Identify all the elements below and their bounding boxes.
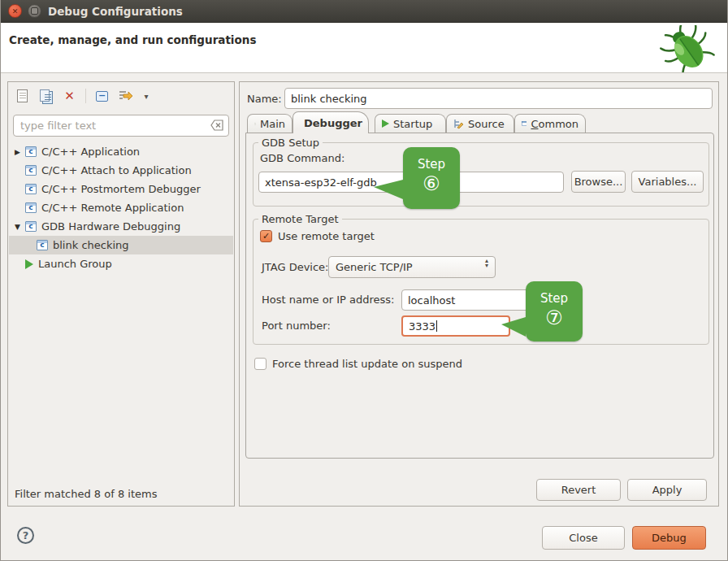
titlebar[interactable]: ✕ Debug Configurations [1,0,728,23]
callout-step-word: Step [526,291,583,306]
browse-button[interactable]: Browse... [571,171,626,193]
chevron-down-icon: ▾ [144,92,148,101]
filter-configurations-button[interactable] [118,89,133,104]
host-label: Host name or IP address: [262,294,394,306]
host-input[interactable] [401,289,540,311]
gdb-command-label: GDB Command: [260,152,344,164]
tab-label: Common [531,118,578,130]
debug-button[interactable]: Debug [632,526,706,550]
name-input[interactable] [284,88,713,109]
delete-configuration-button[interactable]: ✕ [62,89,77,104]
filter-match-status: Filter matched 8 of 8 items [15,488,157,500]
c-application-icon: c [25,221,37,232]
new-document-icon [17,89,28,102]
c-application-icon: c [25,184,37,194]
variables-button[interactable]: Variables... [631,171,704,193]
callout-arrow-left-icon [374,180,403,199]
tree-item-label: C/C++ Remote Application [41,202,184,214]
c-application-icon: c [25,146,37,157]
collapse-all-button[interactable]: − [94,89,110,104]
step-6-callout: Step ⑥ [403,147,460,209]
callout-arrow-left-icon [501,317,526,337]
step-7-callout: Step ⑦ [526,281,583,341]
tree-item-cpp-postmortem[interactable]: c C/C++ Postmortem Debugger [9,180,233,198]
use-remote-target-label: Use remote target [278,230,375,242]
window-close-button[interactable]: ✕ [8,4,22,18]
window-maximize-button[interactable] [28,4,41,18]
debug-configurations-dialog: ✕ Debug Configurations Create, manage, a… [0,0,728,561]
port-label: Port number: [262,320,331,332]
duplicate-configuration-button[interactable] [38,89,54,104]
revert-button[interactable]: Revert [536,479,621,501]
tab-label: Main [260,118,285,130]
tree-item-cpp-attach[interactable]: c C/C++ Attach to Application [9,161,233,180]
c-application-icon: c [37,240,48,250]
close-button[interactable]: Close [542,526,625,550]
source-tab-icon [453,119,464,129]
window-title: Debug Configurations [48,0,183,23]
apply-button[interactable]: Apply [627,479,707,501]
tree-item-cpp-remote[interactable]: c C/C++ Remote Application [9,198,233,217]
bug-illustration-icon [656,25,719,72]
filter-icon [119,89,133,102]
check-icon: ✓ [262,231,270,241]
callout-step-number: ⑥ [403,172,460,196]
tab-label: Startup [393,118,432,130]
tree-item-launch-group[interactable]: Launch Group [9,254,233,273]
configurations-toolbar: ✕ − ▾ [8,82,234,110]
tree-item-label: blink checking [53,239,129,251]
tree-item-label: C/C++ Attach to Application [41,164,192,176]
gdb-setup-group: GDB Setup GDB Command: Browse... Variabl… [253,137,709,207]
tab-source[interactable]: Source [446,114,514,133]
question-mark-icon: ? [23,529,29,541]
force-thread-checkbox[interactable] [254,358,266,370]
duplicate-icon [42,91,53,104]
launch-group-icon [25,259,33,269]
configuration-detail-panel: Name: Main Debugger Startup Source [239,81,719,507]
tree-item-label: C/C++ Postmortem Debugger [41,183,201,195]
dialog-header: Create, manage, and run configurations [1,24,728,73]
callout-step-number: ⑦ [526,306,583,330]
force-thread-label: Force thread list update on suspend [272,358,462,370]
tab-startup[interactable]: Startup [375,114,446,133]
callout-step-word: Step [403,157,460,172]
common-tab-icon [522,119,526,128]
twisty-collapsed-icon[interactable]: ▶ [15,148,20,156]
help-button[interactable]: ? [17,527,34,544]
jtag-device-value: Generic TCP/IP [336,261,413,273]
name-label: Name: [247,93,282,105]
toolbar-separator [85,89,86,103]
main-tab-icon [254,119,256,129]
filter-input[interactable] [13,115,229,137]
remote-target-group-label: Remote Target [258,213,342,225]
configurations-panel: ✕ − ▾ ▶ c C/C++ Application [7,81,235,507]
port-input[interactable]: 3333 [401,315,510,337]
text-caret [436,320,437,332]
tab-debugger[interactable]: Debugger [292,111,369,133]
startup-play-icon [382,120,389,128]
c-application-icon: c [25,202,37,213]
tree-item-label: Launch Group [38,258,112,270]
use-remote-target-checkbox[interactable]: ✓ [260,230,272,242]
tree-item-gdb-hardware-debugging[interactable]: ▼ c GDB Hardware Debugging [9,217,233,236]
debugger-tab-content: GDB Setup GDB Command: Browse... Variabl… [245,133,714,459]
tab-label: Source [468,118,505,130]
dialog-header-title: Create, manage, and run configurations [9,33,256,46]
twisty-expanded-icon[interactable]: ▼ [15,223,20,231]
tree-item-blink-checking[interactable]: c blink checking [9,236,233,254]
clear-filter-icon[interactable] [210,120,223,131]
jtag-device-combo[interactable]: Generic TCP/IP ▴▾ [328,256,496,278]
new-configuration-button[interactable] [15,89,30,104]
tab-common[interactable]: Common [514,114,586,133]
toolbar-menu-dropdown[interactable]: ▾ [141,89,151,104]
close-icon: ✕ [12,7,19,15]
jtag-device-label: JTAG Device: [262,261,328,273]
tab-main[interactable]: Main [247,114,292,133]
delete-icon: ✕ [64,90,75,102]
tree-item-cpp-application[interactable]: ▶ c C/C++ Application [9,142,233,161]
c-application-icon: c [25,165,37,176]
spinner-icon[interactable]: ▴▾ [485,259,488,268]
collapse-all-icon: − [96,91,108,102]
remote-target-group: Remote Target ✓ Use remote target JTAG D… [253,213,709,345]
tree-item-label: C/C++ Application [41,146,140,158]
